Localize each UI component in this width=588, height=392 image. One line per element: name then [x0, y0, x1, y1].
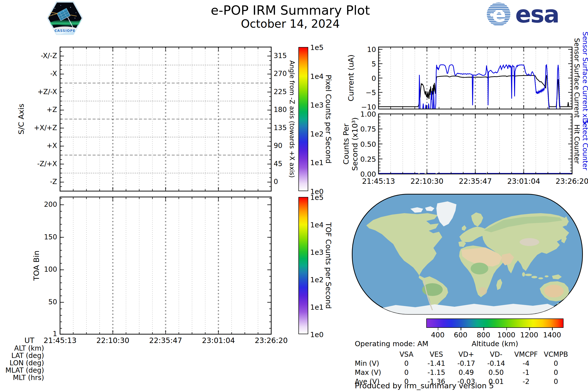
time-tick-label-left: 23:01:04 — [202, 336, 235, 345]
esa-wordmark: esa — [515, 2, 559, 26]
angle-tick-label: 315 — [274, 52, 287, 59]
sc-category-label: -Z/+X — [0, 160, 57, 167]
pixel_colorbar-tick-label: 1e4 — [310, 72, 324, 80]
series-line — [418, 65, 572, 110]
pixel_colorbar-tick-label: 1e2 — [310, 130, 324, 138]
toa-ytick-label: 200 — [0, 201, 57, 208]
current-ytick-label: 10 — [343, 45, 376, 54]
toa-ytick-label: 100 — [0, 266, 57, 273]
tof_colorbar-tick-label: 1e4 — [310, 221, 324, 229]
voltage-value: -2 — [511, 377, 541, 386]
voltage-value: -1 — [511, 368, 541, 377]
plot-cur — [378, 47, 572, 109]
sc-category-label: -X/-Z — [0, 52, 57, 59]
epop-irm-summary-page: CASSIOPE e-POP IRM Summary Plot October … — [0, 0, 588, 392]
voltage-value: -4 — [511, 359, 541, 368]
esa-logo-icon: e esa — [486, 2, 562, 26]
sc-category-label: +X/+Z — [0, 124, 57, 131]
sc-category-label: -X — [0, 70, 57, 77]
voltage-table: VSAVESVD+VD-VMCPFVCMPBMin (V)0-1.41-0.17… — [355, 350, 571, 386]
toa-ytick-label: 150 — [0, 234, 57, 240]
altitude-tick-label: 1000 — [497, 331, 516, 339]
voltage-column-header: VD- — [481, 350, 511, 359]
plot-sc — [60, 47, 271, 191]
table-row: Min (V)0-1.41-0.17-0.14-40 — [355, 359, 571, 368]
tof_colorbar-tick-label: 1e3 — [310, 248, 324, 256]
voltage-value: -0.17 — [451, 359, 481, 368]
counts-ylabel-line1: Counts Per — [342, 124, 350, 164]
time-tick-label-right: 22:10:30 — [410, 177, 444, 186]
current-right-label-blue: Sensor Surface Current x 5 — [581, 32, 588, 124]
toa-ytick-label: 50 — [0, 299, 57, 306]
angle-tick-label: 225 — [274, 88, 287, 95]
voltage-value: -0.14 — [481, 359, 511, 368]
plot-cnt — [378, 114, 572, 174]
svg-text:e: e — [492, 2, 506, 26]
angle-tick-label: 270 — [274, 70, 287, 77]
altitude-tick-label: 1200 — [520, 331, 538, 339]
produced-by-text: Produced by irm_summary version 5 — [355, 381, 494, 390]
voltage-column-header: VSA — [392, 350, 422, 359]
time-tick-label-left: 23:26:20 — [255, 336, 288, 345]
time-tick-label-right: 23:26:20 — [556, 177, 588, 186]
altitude-tick-label: 800 — [477, 331, 490, 339]
tof_colorbar-tick-label: 1e5 — [310, 193, 324, 202]
cassiope-mission-patch-icon: CASSIOPE — [46, 1, 84, 35]
voltage-column-header: VES — [422, 350, 451, 359]
time-tick-label-right: 21:45:13 — [362, 177, 395, 186]
voltage-value: 0 — [541, 377, 571, 386]
toa-ylabel: TOA Bin — [32, 250, 41, 280]
voltage-value: -1.15 — [422, 368, 451, 377]
world-map — [352, 194, 583, 315]
voltage-row-label: Min (V) — [355, 359, 392, 368]
ephemeris-row-label: LAT (deg) — [0, 352, 44, 359]
sc-category-label: +X — [0, 142, 57, 149]
pixel-colorbar — [298, 47, 308, 191]
patch-cassiope-text: CASSIOPE — [54, 29, 76, 32]
counts-ylabel: Counts Per Second (x10³) — [342, 117, 359, 171]
sc-category-label: +Z — [0, 106, 57, 113]
altitude-tick-label: 1400 — [543, 331, 561, 339]
ut-label: UT — [0, 336, 34, 345]
counts-right-label-black: Hit Counter — [573, 124, 581, 164]
tof_colorbar-tick-label: 1e2 — [310, 276, 324, 284]
altitude-tick-label: 400 — [431, 331, 444, 339]
angle-tick-label: 0 — [274, 178, 278, 185]
page-title: e-POP IRM Summary Plot — [211, 3, 370, 18]
page-date: October 14, 2024 — [241, 17, 340, 30]
ephemeris-row-label: ALT (km) — [0, 345, 44, 352]
angle-axis-label: Angle from -Z axis (towards +X axis) — [288, 60, 296, 178]
pixel_colorbar-tick-label: 1e3 — [310, 101, 324, 109]
tof_colorbar-tick-label: 1e0 — [310, 330, 324, 339]
voltage-value: 0 — [392, 368, 422, 377]
pixel-colorbar-label: Pixel Counts per Second — [324, 75, 333, 164]
angle-tick-label: 45 — [274, 160, 282, 167]
altitude-bar-label: Altitude (km) — [472, 340, 518, 348]
voltage-column-header: VCMPB — [541, 350, 571, 359]
angle-tick-label: 135 — [274, 124, 287, 131]
tof_colorbar-tick-label: 1e1 — [310, 303, 324, 312]
pixel_colorbar-tick-label: 1e1 — [310, 158, 324, 167]
voltage-value: -1.41 — [422, 359, 451, 368]
counts-ylabel-line2: Second (x10³) — [350, 117, 359, 171]
operating-mode-text: Operating mode: AM — [355, 340, 428, 348]
tof-colorbar-label: TOF Counts per Second — [324, 222, 333, 309]
voltage-column-header: VD+ — [451, 350, 481, 359]
tof-colorbar — [298, 197, 308, 334]
ephemeris-row-label: MLT (hrs) — [0, 374, 44, 381]
voltage-value: 0 — [392, 359, 422, 368]
time-tick-label-left: 22:35:47 — [149, 336, 182, 345]
angle-tick-label: 90 — [274, 142, 282, 149]
plot-toa — [60, 197, 271, 334]
sc-category-label: +Z/-X — [0, 88, 57, 95]
time-tick-label-right: 23:01:04 — [507, 177, 540, 186]
angle-tick-label: 180 — [274, 106, 287, 113]
ephemeris-row-label: LON (deg) — [0, 360, 44, 366]
time-tick-label-left: 21:45:13 — [44, 336, 77, 345]
counts-right-label-blue: Detect Counter — [581, 118, 588, 170]
altitude-tick-label: 600 — [454, 331, 467, 339]
voltage-value: 0.50 — [481, 368, 511, 377]
time-tick-label-right: 22:35:47 — [459, 177, 492, 186]
voltage-column-header: VMCPF — [511, 350, 541, 359]
altitude-colorbar — [426, 318, 564, 328]
